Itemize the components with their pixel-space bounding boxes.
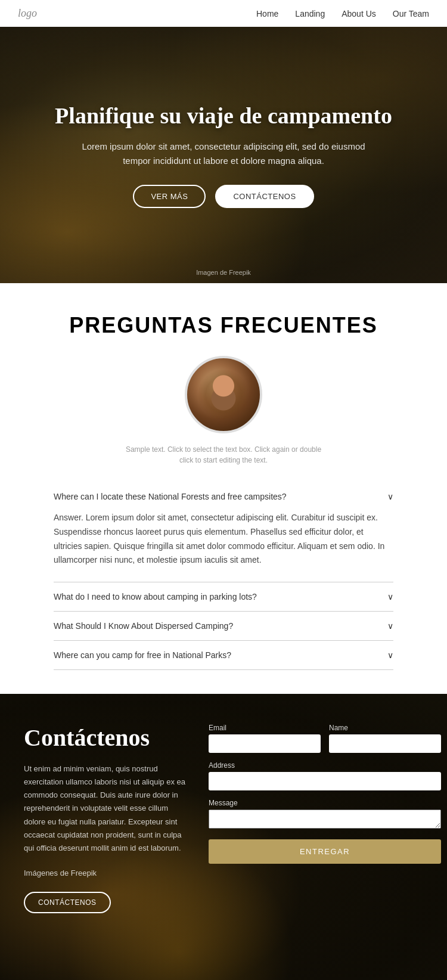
chevron-down-icon: ∨: [387, 592, 393, 601]
faq-answer-0: Answer. Lorem ipsum dolor sit amet, cons…: [54, 501, 393, 572]
faq-sample-text: Sample text. Click to select the text bo…: [122, 444, 325, 466]
faq-item: What do I need to know about camping in …: [54, 582, 393, 612]
name-field[interactable]: [329, 734, 441, 753]
hero-section: Planifique su viaje de campamento Lorem …: [0, 27, 447, 283]
logo: logo: [18, 7, 37, 20]
name-group: Name: [329, 724, 441, 753]
faq-item: What Should I Know About Dispersed Campi…: [54, 612, 393, 641]
message-field[interactable]: [209, 810, 441, 829]
nav-about[interactable]: About Us: [342, 9, 376, 18]
contactenos-button[interactable]: CONTÁCTENOS: [24, 892, 111, 913]
email-label: Email: [209, 724, 321, 732]
faq-question-0[interactable]: Where can I locate these National Forest…: [54, 492, 393, 501]
form-row-email-name: Email Name: [209, 724, 441, 753]
address-label: Address: [209, 761, 441, 770]
name-label: Name: [329, 724, 441, 732]
address-field[interactable]: [209, 772, 441, 790]
faq-question-2[interactable]: What Should I Know About Dispersed Campi…: [54, 621, 393, 631]
ver-mas-button[interactable]: VER MÁS: [133, 185, 206, 208]
faq-avatar: [185, 356, 262, 433]
navbar: logo Home Landing About Us Our Team: [0, 0, 447, 27]
chevron-down-icon: ∨: [387, 650, 393, 660]
contact-section: Contáctenos Ut enim ad minim veniam, qui…: [0, 694, 447, 980]
faq-item: Where can I locate these National Forest…: [54, 482, 393, 582]
faq-title: PREGUNTAS FRECUENTES: [69, 313, 377, 338]
hero-credit: Imagen de Freepik: [196, 269, 251, 276]
nav-links: Home Landing About Us Our Team: [256, 9, 429, 18]
address-group: Address: [209, 761, 441, 790]
hero-buttons: VER MÁS CONTÁCTENOS: [133, 185, 313, 208]
contact-title: Contáctenos: [24, 724, 191, 752]
contact-description: Ut enim ad minim veniam, quis nostrud ex…: [24, 762, 191, 855]
message-label: Message: [209, 799, 441, 807]
faq-item: Where can you camp for free in National …: [54, 641, 393, 670]
faq-list: Where can I locate these National Forest…: [54, 482, 393, 670]
hero-subtitle: Lorem ipsum dolor sit amet, consectetur …: [74, 139, 372, 168]
faq-question-3[interactable]: Where can you camp for free in National …: [54, 650, 393, 660]
chevron-down-icon: ∨: [387, 621, 393, 631]
message-group: Message: [209, 799, 441, 829]
nav-landing[interactable]: Landing: [295, 9, 325, 18]
contact-left: Contáctenos Ut enim ad minim veniam, qui…: [24, 724, 191, 913]
contact-credit: Imágenes de Freepik: [24, 867, 191, 880]
faq-question-1[interactable]: What do I need to know about camping in …: [54, 592, 393, 601]
nav-team[interactable]: Our Team: [393, 9, 429, 18]
faq-section: PREGUNTAS FRECUENTES Sample text. Click …: [0, 283, 447, 694]
contactenos-hero-button[interactable]: CONTÁCTENOS: [215, 185, 313, 208]
email-group: Email: [209, 724, 321, 753]
submit-button[interactable]: ENTREGAR: [209, 839, 441, 864]
hero-title: Planifique su viaje de campamento: [55, 103, 392, 129]
nav-home[interactable]: Home: [256, 9, 278, 18]
contact-form: Email Name Address Message ENTREGAR: [209, 724, 441, 864]
chevron-down-icon: ∨: [387, 492, 393, 501]
email-field[interactable]: [209, 734, 321, 753]
